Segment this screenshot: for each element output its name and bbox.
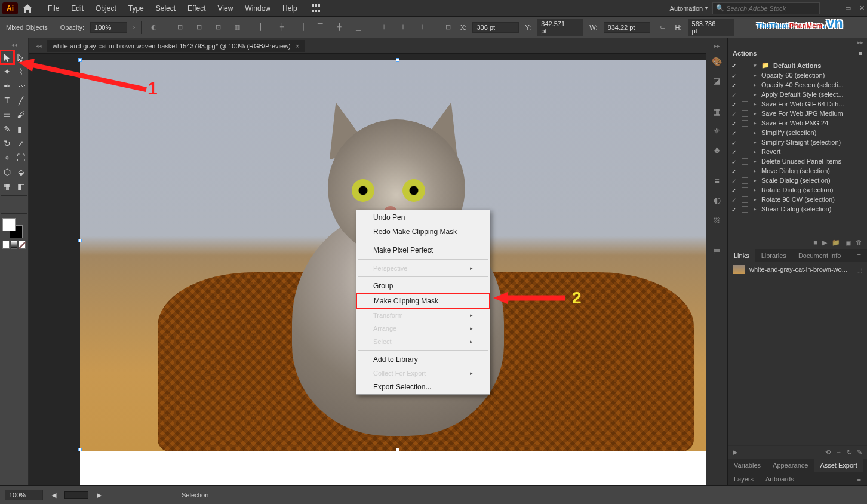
align-4-icon[interactable]: ▥ bbox=[230, 21, 244, 34]
expand-icon[interactable]: ▾ bbox=[752, 63, 758, 69]
selection-handle[interactable] bbox=[78, 448, 82, 451]
gradient-tool[interactable]: ◧ bbox=[14, 179, 29, 193]
check-icon[interactable] bbox=[731, 196, 738, 203]
h-input[interactable]: 563.736 pt bbox=[688, 19, 734, 36]
workspace-switcher[interactable]: Automation▾ bbox=[670, 5, 708, 12]
maximize-icon[interactable]: ▭ bbox=[845, 4, 851, 12]
check-icon[interactable] bbox=[731, 187, 738, 193]
type-tool[interactable]: T bbox=[0, 93, 14, 107]
document-tab[interactable]: white-and-gray-cat-in-brown-woven-basket… bbox=[47, 40, 305, 52]
brush-tool[interactable]: 🖌 bbox=[14, 107, 29, 122]
action-row[interactable]: ▸Revert bbox=[728, 147, 867, 156]
color-panel-icon[interactable]: 🎨 bbox=[711, 55, 724, 68]
link-wh-icon[interactable]: ⊂ bbox=[656, 21, 669, 34]
check-icon[interactable] bbox=[731, 130, 738, 136]
trash-icon[interactable]: 🗑 bbox=[856, 239, 862, 247]
dialog-toggle-icon[interactable] bbox=[742, 91, 748, 98]
menu-file[interactable]: File bbox=[42, 2, 65, 15]
actions-panel-header[interactable]: Actions≡ bbox=[728, 47, 867, 60]
selection-handle[interactable] bbox=[396, 448, 399, 451]
check-icon[interactable] bbox=[731, 168, 738, 174]
panel-menu-icon[interactable]: ≡ bbox=[851, 472, 867, 485]
pen-tool[interactable]: ✒ bbox=[0, 79, 14, 93]
transform-icon[interactable]: ⊡ bbox=[441, 21, 454, 34]
play-icon[interactable]: ▶ bbox=[822, 239, 827, 247]
align-1-icon[interactable]: ⊞ bbox=[173, 21, 186, 34]
recolor-icon[interactable]: ◐ bbox=[147, 21, 161, 34]
ctx-export-selection[interactable]: Export Selection... bbox=[356, 380, 490, 394]
check-icon[interactable] bbox=[731, 120, 738, 127]
dialog-toggle-icon[interactable] bbox=[742, 149, 748, 155]
color-mode-icon[interactable] bbox=[2, 241, 10, 249]
selection-tool[interactable] bbox=[0, 50, 14, 64]
selection-handle[interactable] bbox=[78, 58, 82, 62]
expand-icon[interactable]: ▸ bbox=[752, 196, 758, 202]
align-vcenter-icon[interactable]: ╋ bbox=[333, 21, 346, 34]
artboard-nav[interactable] bbox=[64, 491, 88, 499]
action-row[interactable]: ▸Save For Web JPG Medium bbox=[728, 109, 867, 118]
expand-icon[interactable]: ▸ bbox=[752, 72, 758, 78]
menu-window[interactable]: Window bbox=[239, 2, 276, 15]
new-icon[interactable]: ▣ bbox=[845, 239, 851, 247]
update-icon[interactable]: ↻ bbox=[847, 448, 852, 456]
width-tool[interactable]: ⌖ bbox=[0, 150, 14, 165]
ctx-transform[interactable]: Transform▸ bbox=[356, 309, 490, 322]
dialog-toggle-icon[interactable] bbox=[742, 206, 748, 213]
action-row[interactable]: ▾📁Default Actions bbox=[728, 60, 867, 70]
direct-selection-tool[interactable] bbox=[14, 50, 28, 64]
expand-icon[interactable]: ▸ bbox=[752, 168, 758, 174]
expand-icon[interactable]: ▸ bbox=[752, 82, 758, 88]
panel-menu-icon[interactable]: ≡ bbox=[851, 249, 867, 262]
none-mode-icon[interactable] bbox=[19, 241, 26, 249]
distribute-3-icon[interactable]: ⫵ bbox=[416, 21, 429, 34]
css-panel-icon[interactable]: ▤ bbox=[711, 244, 724, 257]
stop-icon[interactable]: ■ bbox=[813, 239, 817, 247]
expand-icon[interactable]: ▸ bbox=[752, 149, 758, 155]
align-2-icon[interactable]: ⊟ bbox=[192, 21, 205, 34]
dialog-toggle-icon[interactable] bbox=[742, 139, 748, 146]
expand-icon[interactable]: ▸ bbox=[752, 91, 758, 97]
ctx-arrange[interactable]: Arrange▸ bbox=[356, 322, 490, 335]
check-icon[interactable] bbox=[731, 101, 738, 107]
action-row[interactable]: ▸Simplify Straight (selection) bbox=[728, 137, 867, 147]
action-row[interactable]: ▸Simplify (selection) bbox=[728, 128, 867, 137]
asset-export-tab[interactable]: Asset Export bbox=[814, 459, 863, 472]
document-info-tab[interactable]: Document Info bbox=[792, 249, 847, 262]
action-row[interactable]: ▸Move Dialog (selection) bbox=[728, 166, 867, 176]
dialog-toggle-icon[interactable] bbox=[742, 187, 748, 193]
rotate-tool[interactable]: ↻ bbox=[0, 136, 14, 150]
menu-type[interactable]: Type bbox=[122, 2, 150, 15]
brushes-panel-icon[interactable]: ▦ bbox=[711, 105, 724, 118]
selection-handle[interactable] bbox=[78, 239, 82, 242]
dialog-toggle-icon[interactable] bbox=[742, 177, 748, 184]
lasso-tool[interactable]: ⌇ bbox=[14, 64, 29, 79]
action-row[interactable]: ▸Shear Dialog (selection) bbox=[728, 204, 867, 214]
fill-stroke-swatch[interactable] bbox=[2, 218, 23, 238]
dialog-toggle-icon[interactable] bbox=[742, 120, 748, 127]
menu-effect[interactable]: Effect bbox=[182, 2, 211, 15]
expand-icon[interactable]: ▸ bbox=[752, 206, 758, 212]
mesh-tool[interactable]: ▦ bbox=[0, 179, 14, 193]
gradient-mode-icon[interactable] bbox=[11, 241, 18, 249]
selection-handle[interactable] bbox=[396, 58, 399, 62]
check-icon[interactable] bbox=[731, 91, 738, 98]
tab-close-icon[interactable]: × bbox=[296, 42, 299, 50]
dialog-toggle-icon[interactable] bbox=[742, 158, 748, 165]
graphic-styles-icon[interactable]: ♣ bbox=[711, 143, 724, 156]
action-row[interactable]: ▸Apply Default Style (select... bbox=[728, 90, 867, 99]
dialog-toggle-icon[interactable] bbox=[742, 72, 748, 79]
symbols-panel-icon[interactable]: ⚜ bbox=[711, 124, 724, 137]
menu-help[interactable]: Help bbox=[276, 2, 303, 15]
magic-wand-tool[interactable]: ✦ bbox=[0, 64, 14, 79]
action-row[interactable]: ▸Delete Unused Panel Items bbox=[728, 156, 867, 166]
folder-icon[interactable]: 📁 bbox=[832, 239, 840, 247]
free-transform-tool[interactable]: ⛶ bbox=[14, 150, 29, 165]
action-row[interactable]: ▸Opacity 40 Screen (selecti... bbox=[728, 80, 867, 90]
expand-icon[interactable]: ▸ bbox=[752, 101, 758, 107]
check-icon[interactable] bbox=[731, 158, 738, 165]
zoom-input[interactable]: 100% bbox=[5, 490, 43, 500]
dialog-toggle-icon[interactable] bbox=[742, 82, 748, 88]
transparency-icon[interactable]: ▨ bbox=[711, 213, 724, 226]
check-icon[interactable] bbox=[731, 110, 738, 117]
search-input[interactable] bbox=[712, 2, 820, 14]
